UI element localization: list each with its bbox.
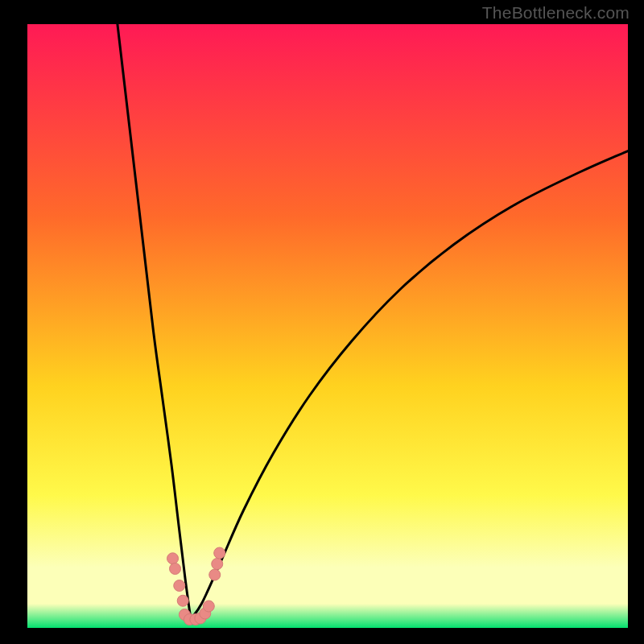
data-marker <box>209 569 221 580</box>
data-marker <box>174 580 185 592</box>
data-marker <box>214 547 225 559</box>
data-marker <box>167 553 179 564</box>
data-marker <box>203 601 214 612</box>
bottleneck-chart <box>0 0 644 644</box>
data-marker <box>212 559 223 570</box>
gradient-background <box>27 24 628 628</box>
data-marker <box>177 595 188 606</box>
data-marker <box>170 564 181 575</box>
watermark-text: TheBottleneck.com <box>482 3 630 23</box>
chart-stage: TheBottleneck.com <box>0 0 644 644</box>
